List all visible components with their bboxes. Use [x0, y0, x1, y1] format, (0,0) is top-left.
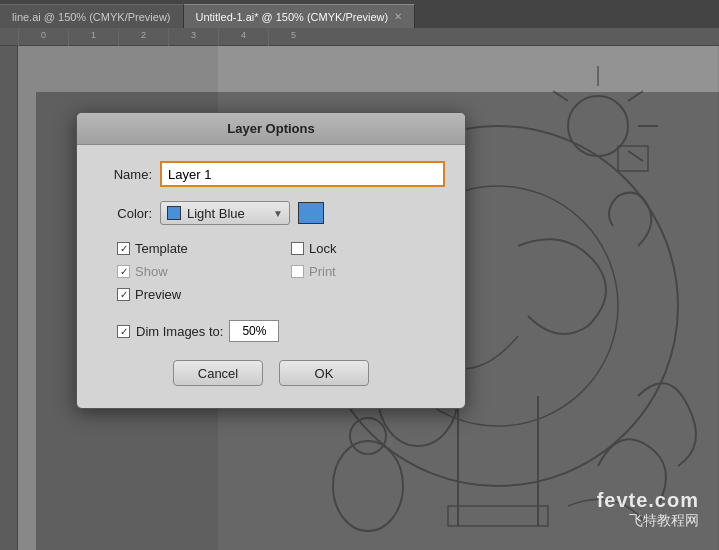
tick-1: 1 [68, 28, 118, 46]
tick-3: 3 [168, 28, 218, 46]
tick-0: 0 [18, 28, 68, 46]
cancel-button-label: Cancel [198, 366, 238, 381]
checkboxes-area: Template Lock Show [97, 241, 445, 302]
color-row: Color: Light Blue ▼ [97, 201, 445, 225]
tab-close-icon[interactable]: ✕ [394, 11, 402, 22]
color-swatch-large[interactable] [298, 202, 324, 224]
tick-2: 2 [118, 28, 168, 46]
ruler-ticks: 0 1 2 3 4 5 [18, 28, 318, 46]
name-label: Name: [97, 167, 152, 182]
checkbox-dim-input[interactable] [117, 325, 130, 338]
ok-button[interactable]: OK [279, 360, 369, 386]
ok-button-label: OK [315, 366, 334, 381]
color-dropdown[interactable]: Light Blue ▼ [160, 201, 290, 225]
dim-row: Dim Images to: [97, 320, 445, 342]
layer-options-dialog: Layer Options Name: Color: Light Blue [76, 112, 466, 409]
checkbox-template-input[interactable] [117, 242, 130, 255]
color-dropdown-label: Light Blue [187, 206, 269, 221]
dim-value-input[interactable] [229, 320, 279, 342]
checkbox-print-label: Print [309, 264, 336, 279]
dialog-body: Name: Color: Light Blue ▼ [77, 145, 465, 408]
checkbox-lock: Lock [291, 241, 445, 256]
checkbox-preview-input[interactable] [117, 288, 130, 301]
cancel-button[interactable]: Cancel [173, 360, 263, 386]
tab-untitled[interactable]: Untitled-1.ai* @ 150% (CMYK/Preview) ✕ [184, 4, 416, 28]
canvas-area: 1905 Layer Options Name: [18, 46, 719, 550]
color-select-wrapper: Light Blue ▼ [160, 201, 324, 225]
dim-label: Dim Images to: [136, 324, 223, 339]
checkbox-preview: Preview [117, 287, 271, 302]
color-swatch-small [167, 206, 181, 220]
dialog-title: Layer Options [227, 121, 314, 136]
checkbox-print: Print [291, 264, 445, 279]
color-label: Color: [97, 206, 152, 221]
tabs-bar: line.ai @ 150% (CMYK/Preview) Untitled-1… [0, 0, 719, 28]
checkbox-lock-input[interactable] [291, 242, 304, 255]
tab-untitled-label: Untitled-1.ai* @ 150% (CMYK/Preview) [196, 11, 389, 23]
tab-line-ai[interactable]: line.ai @ 150% (CMYK/Preview) [0, 4, 184, 28]
ruler-horizontal: 0 1 2 3 4 5 [0, 28, 719, 46]
checkbox-template-label: Template [135, 241, 188, 256]
checkbox-preview-label: Preview [135, 287, 181, 302]
dialog-title-bar: Layer Options [77, 113, 465, 145]
checkbox-show: Show [117, 264, 271, 279]
checkbox-grid: Template Lock Show [117, 241, 445, 302]
name-input[interactable] [160, 161, 445, 187]
chevron-down-icon: ▼ [273, 208, 283, 219]
checkbox-lock-label: Lock [309, 241, 336, 256]
checkbox-print-input [291, 265, 304, 278]
ruler-vertical [0, 46, 18, 550]
checkbox-template: Template [117, 241, 271, 256]
buttons-row: Cancel OK [97, 360, 445, 392]
name-row: Name: [97, 161, 445, 187]
checkbox-show-label: Show [135, 264, 168, 279]
tick-4: 4 [218, 28, 268, 46]
tab-line-ai-label: line.ai @ 150% (CMYK/Preview) [12, 11, 171, 23]
tick-5: 5 [268, 28, 318, 46]
modal-overlay: Layer Options Name: Color: Light Blue [36, 92, 719, 550]
checkbox-show-input [117, 265, 130, 278]
